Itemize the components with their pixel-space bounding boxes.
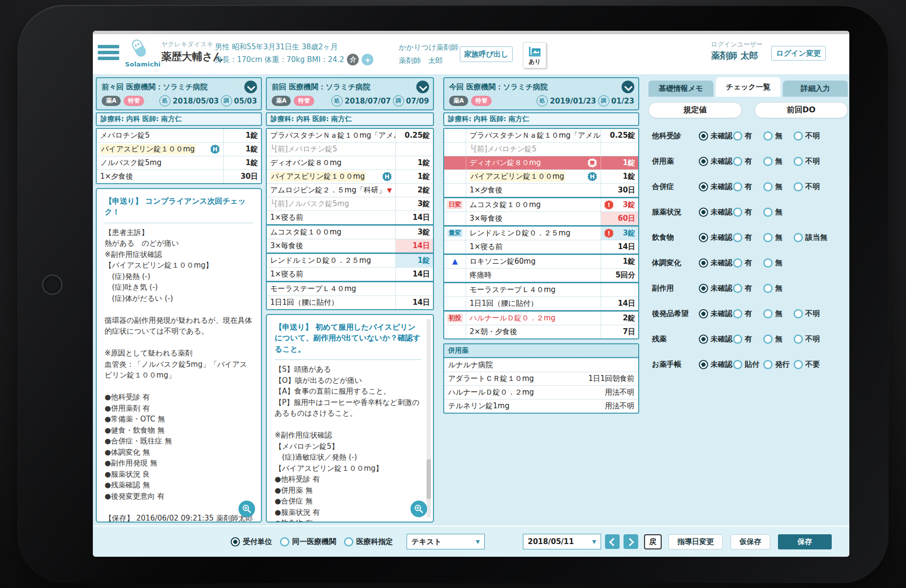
- login-change-button[interactable]: ログイン変更: [771, 46, 826, 61]
- save-button[interactable]: 保存: [778, 534, 832, 549]
- radio-発行[interactable]: 発行: [763, 360, 790, 369]
- image-exists-button[interactable]: あり: [523, 42, 546, 68]
- radio-有[interactable]: 有: [733, 258, 752, 268]
- collapse-button[interactable]: [622, 81, 634, 93]
- concomitant-row[interactable]: ルナルナ病院: [444, 358, 638, 372]
- zoom-magnifier-button[interactable]: [410, 501, 427, 517]
- med-row[interactable]: ムコスタ錠１００mg3錠: [267, 226, 433, 239]
- tab-詳細入力[interactable]: 詳細入力: [783, 81, 848, 97]
- usage-row[interactable]: 1日1回（腰に貼付）14日: [444, 296, 638, 310]
- radio-未確認[interactable]: 未確認: [699, 208, 733, 217]
- tab-基礎情報メモ[interactable]: 基礎情報メモ: [648, 81, 713, 97]
- med-row[interactable]: プラバスタチンＮａ錠１０mg「アメル」0.25錠: [267, 129, 433, 142]
- radio-未確認[interactable]: 未確認: [699, 309, 733, 318]
- med-row[interactable]: 量変レンドルミンＤ錠０．２５mg!3錠: [444, 227, 638, 240]
- tab-チェック一覧[interactable]: チェック一覧: [716, 77, 781, 97]
- med-row[interactable]: バイアスピリン錠１００mgH1錠: [97, 142, 261, 156]
- radio-該当無[interactable]: 該当無: [794, 233, 827, 242]
- radio-不明[interactable]: 不明: [794, 335, 820, 344]
- radio-無[interactable]: 無: [763, 258, 782, 268]
- guidance-date-change-button[interactable]: 指導日変更: [669, 534, 723, 549]
- scope-radio-受付単位[interactable]: 受付単位: [231, 537, 272, 546]
- usage-row[interactable]: 疼痛時5回分: [444, 268, 638, 282]
- med-row[interactable]: レンドルミンＤ錠０．２５mg1錠: [267, 254, 433, 267]
- usage-row[interactable]: 3×毎食後60日: [444, 211, 638, 225]
- next-date-button[interactable]: [624, 534, 638, 549]
- med-row[interactable]: ノルバスク錠5mg1錠: [97, 156, 261, 169]
- radio-無[interactable]: 無: [763, 131, 782, 141]
- radio-未確認[interactable]: 未確認: [699, 233, 733, 242]
- med-row[interactable]: メバロチン錠51錠: [97, 129, 261, 142]
- family-call-button[interactable]: 家族呼び出し: [460, 46, 513, 62]
- usage-row[interactable]: 1日1回（腰に貼付）14日: [267, 295, 433, 309]
- med-row[interactable]: モーラステープＬ４０mg: [444, 283, 638, 296]
- radio-無[interactable]: 無: [763, 157, 782, 166]
- radio-不明[interactable]: 不明: [794, 182, 820, 191]
- concomitant-row[interactable]: テルネリン錠1mg用法不明: [444, 399, 638, 413]
- radio-有[interactable]: 有: [733, 335, 752, 344]
- hamburger-menu-icon[interactable]: [98, 45, 119, 62]
- radio-無[interactable]: 無: [763, 335, 782, 344]
- med-row[interactable]: ディオバン錠８０mg1錠: [267, 156, 433, 169]
- radio-不明[interactable]: 不明: [794, 131, 820, 141]
- usage-row[interactable]: 1×寝る前14日: [444, 240, 638, 253]
- radio-未確認[interactable]: 未確認: [699, 335, 733, 344]
- radio-不要[interactable]: 不要: [794, 360, 820, 369]
- med-row[interactable]: 初投ハルナールＤ錠０．２mg2錠: [444, 312, 638, 325]
- radio-有[interactable]: 有: [733, 208, 752, 217]
- previous-date-button[interactable]: [605, 534, 620, 549]
- radio-不明[interactable]: 不明: [794, 309, 820, 318]
- scrollbar-thumb[interactable]: [427, 459, 431, 499]
- scope-radio-医療科指定[interactable]: 医療科指定: [344, 537, 393, 546]
- usage-row[interactable]: 2×朝・夕食後7日: [444, 325, 638, 338]
- scope-radio-同一医療機関[interactable]: 同一医療機関: [280, 537, 336, 546]
- radio-未確認[interactable]: 未確認: [699, 360, 733, 369]
- med-row[interactable]: 日変ムコスタ錠１００mg!3錠: [444, 198, 638, 211]
- med-row[interactable]: └[前]ノルバスク錠5mg3錠: [267, 197, 433, 210]
- radio-未確認[interactable]: 未確認: [699, 258, 733, 268]
- scrollbar[interactable]: [427, 319, 431, 518]
- radio-無[interactable]: 無: [763, 208, 782, 217]
- radio-無[interactable]: 無: [763, 309, 782, 318]
- usage-row[interactable]: 1×寝る前14日: [267, 210, 433, 224]
- med-row[interactable]: └[前]メバロチン錠5: [444, 142, 638, 156]
- radio-有[interactable]: 有: [733, 284, 752, 293]
- collapse-button[interactable]: [416, 81, 429, 93]
- med-row[interactable]: アムロジピン錠２．５mg「科研」▼2錠: [267, 183, 433, 197]
- radio-不明[interactable]: 不明: [794, 157, 820, 166]
- radio-未確認[interactable]: 未確認: [699, 157, 733, 166]
- med-row[interactable]: モーラステープＬ４０mg: [267, 282, 433, 295]
- radio-未確認[interactable]: 未確認: [699, 131, 733, 141]
- add-icon[interactable]: ＋: [362, 54, 373, 65]
- usage-row[interactable]: 1×夕食後30日: [444, 183, 638, 197]
- radio-貼付[interactable]: 貼付: [733, 360, 759, 369]
- radio-有[interactable]: 有: [733, 309, 752, 318]
- date-select[interactable]: 2018/05/11 ▼: [523, 534, 601, 549]
- radio-無[interactable]: 無: [763, 284, 782, 293]
- radio-未確認[interactable]: 未確認: [699, 284, 733, 293]
- preset-values-button[interactable]: 規定値: [648, 102, 742, 118]
- radio-有[interactable]: 有: [733, 157, 752, 166]
- concomitant-row[interactable]: ハルナールＤ錠０．２mg用法不明: [444, 385, 638, 399]
- med-row[interactable]: バイアスピリン錠１００mgH1錠: [267, 169, 433, 183]
- radio-無[interactable]: 無: [763, 233, 782, 242]
- zoom-magnifier-button[interactable]: [238, 501, 255, 517]
- previous-do-button[interactable]: 前回DO: [755, 102, 848, 118]
- med-row[interactable]: ディオバン錠８０mg禁1錠: [444, 156, 638, 169]
- med-row[interactable]: └[前]メバロチン錠5: [267, 142, 433, 156]
- radio-有[interactable]: 有: [733, 131, 752, 141]
- care-insurance-icon[interactable]: 介: [347, 54, 359, 65]
- radio-無[interactable]: 無: [763, 182, 782, 191]
- back-button[interactable]: 戻: [644, 534, 662, 549]
- usage-row[interactable]: 3×毎食後14日: [267, 239, 433, 252]
- temp-save-button[interactable]: 仮保存: [731, 534, 770, 549]
- med-row[interactable]: ▲ロキソニン錠60mg1錠: [444, 255, 638, 268]
- radio-未確認[interactable]: 未確認: [699, 182, 733, 191]
- med-row[interactable]: バイアスピリン錠１００mgH1錠: [444, 169, 638, 183]
- usage-row[interactable]: 1×寝る前14日: [267, 267, 433, 281]
- med-row[interactable]: プラバスタチンＮａ錠１０mg「アメル」0.25錠: [444, 129, 638, 142]
- radio-有[interactable]: 有: [733, 182, 752, 191]
- concomitant-row[interactable]: アダラートＣＲ錠１０mg1日1回朝食前: [444, 372, 638, 385]
- collapse-button[interactable]: [244, 81, 257, 93]
- usage-row[interactable]: 1×夕食後30日: [97, 169, 261, 183]
